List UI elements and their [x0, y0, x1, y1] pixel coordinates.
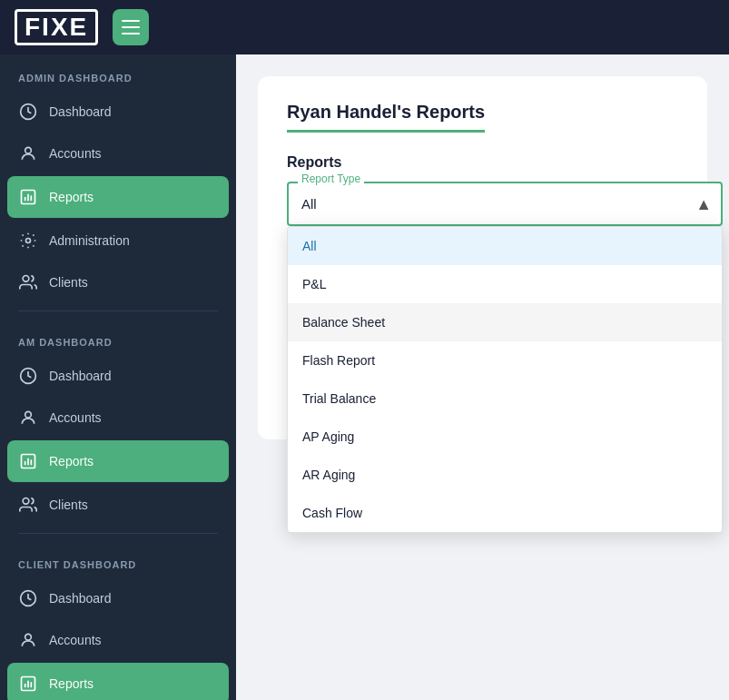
report-type-dropdown-wrapper: Report Type All ▲ AllP&LBalance SheetFla… [287, 182, 723, 226]
sidebar-item-label-client-accounts: Accounts [49, 633, 102, 647]
dropdown-label: Report Type [298, 173, 364, 185]
sidebar-divider-1 [18, 533, 218, 534]
sidebar-item-label-admin-dashboard: Dashboard [49, 104, 112, 119]
content-area: Ryan Handel's Reports Reports Report Typ… [236, 54, 729, 700]
sidebar: ADMIN DASHBOARDDashboardAccountsReportsA… [0, 54, 236, 700]
sidebar-item-label-am-dashboard: Dashboard [49, 369, 112, 383]
svg-point-9 [25, 411, 32, 418]
reports-icon [18, 187, 38, 207]
sidebar-item-label-admin-administration: Administration [49, 233, 130, 248]
sidebar-item-label-admin-reports: Reports [49, 190, 94, 204]
sidebar-divider-0 [18, 311, 218, 311]
logo: FIXE [15, 9, 98, 46]
dashboard-icon [18, 588, 38, 608]
administration-icon [18, 231, 38, 251]
dropdown-option-cash-flow[interactable]: Cash Flow [288, 494, 722, 532]
dropdown-option-all[interactable]: All [288, 227, 722, 265]
sidebar-item-am-dashboard[interactable]: Dashboard [0, 355, 236, 397]
sidebar-section-label-1: AM DASHBOARD [0, 319, 236, 355]
sidebar-item-label-am-clients: Clients [49, 498, 88, 512]
sidebar-item-client-accounts[interactable]: Accounts [0, 619, 236, 661]
accounts-icon [18, 408, 38, 428]
dropdown-option-ap-aging[interactable]: AP Aging [288, 418, 722, 456]
svg-point-16 [25, 634, 32, 640]
dropdown-option-pl[interactable]: P&L [288, 265, 722, 303]
reports-icon [18, 451, 38, 471]
dropdown-container[interactable]: All ▲ [287, 182, 723, 226]
sidebar-item-label-client-dashboard: Dashboard [49, 591, 112, 606]
sidebar-item-label-am-reports: Reports [49, 454, 94, 468]
svg-point-14 [23, 498, 29, 505]
accounts-icon [18, 630, 38, 650]
sidebar-item-label-am-accounts: Accounts [49, 410, 102, 425]
sidebar-item-label-admin-accounts: Accounts [49, 146, 102, 161]
menu-icon-line1 [122, 20, 140, 22]
dropdown-option-ar-aging[interactable]: AR Aging [288, 456, 722, 494]
svg-point-1 [25, 147, 32, 153]
sidebar-item-admin-accounts[interactable]: Accounts [0, 133, 236, 174]
sidebar-item-client-dashboard[interactable]: Dashboard [0, 577, 236, 619]
main-card: Ryan Handel's Reports Reports Report Typ… [258, 76, 707, 439]
dashboard-icon [18, 102, 38, 122]
sidebar-item-am-accounts[interactable]: Accounts [0, 397, 236, 439]
sidebar-item-am-reports[interactable]: Reports [7, 440, 229, 482]
dropdown-menu: AllP&LBalance SheetFlash ReportTrial Bal… [287, 226, 723, 533]
sidebar-item-label-admin-clients: Clients [49, 275, 88, 290]
sidebar-section-label-2: CLIENT DASHBOARD [0, 541, 236, 577]
dropdown-option-balance-sheet[interactable]: Balance Sheet [288, 303, 722, 341]
dropdown-option-flash-report[interactable]: Flash Report [288, 341, 722, 380]
clients-icon [18, 495, 38, 515]
dropdown-option-trial-balance[interactable]: Trial Balance [288, 380, 722, 418]
dashboard-icon [18, 366, 38, 386]
page-title: Ryan Handel's Reports [287, 102, 485, 133]
sidebar-item-admin-administration[interactable]: Administration [0, 220, 236, 261]
clients-icon [18, 272, 38, 292]
svg-point-6 [26, 239, 31, 243]
sidebar-item-admin-reports[interactable]: Reports [7, 176, 229, 218]
svg-point-7 [23, 276, 29, 282]
menu-icon-line3 [122, 33, 140, 35]
main-layout: ADMIN DASHBOARDDashboardAccountsReportsA… [0, 54, 729, 700]
dropdown-selected-value[interactable]: All [287, 182, 723, 226]
topbar: FIXE [0, 0, 729, 54]
sidebar-item-admin-dashboard[interactable]: Dashboard [0, 91, 236, 133]
menu-icon-line2 [122, 26, 140, 28]
reports-icon [18, 674, 38, 694]
menu-button[interactable] [113, 9, 149, 45]
sidebar-section-label-0: ADMIN DASHBOARD [0, 54, 236, 91]
sidebar-item-am-clients[interactable]: Clients [0, 484, 236, 526]
reports-section-label: Reports [287, 154, 678, 171]
sidebar-item-admin-clients[interactable]: Clients [0, 261, 236, 303]
accounts-icon [18, 143, 38, 163]
sidebar-item-client-reports[interactable]: Reports [7, 663, 229, 700]
sidebar-item-label-client-reports: Reports [49, 676, 94, 691]
